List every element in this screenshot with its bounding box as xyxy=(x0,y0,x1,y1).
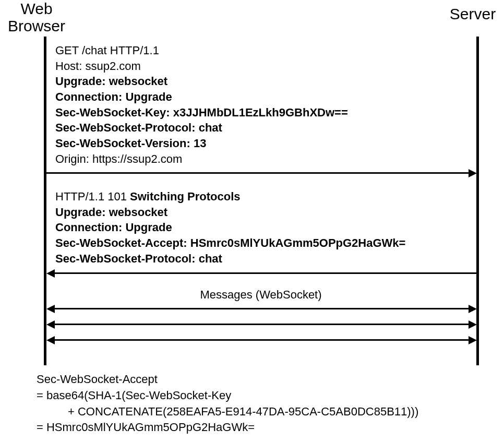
resp-l3: Connection: Upgrade xyxy=(55,221,172,234)
calc-l1: Sec-WebSocket-Accept xyxy=(37,372,485,388)
resp-l5: Sec-WebSocket-Protocol: chat xyxy=(55,252,222,265)
actor-client-text: Web Browser xyxy=(8,0,65,34)
server-lifeline xyxy=(476,37,479,365)
resp-l4: Sec-WebSocket-Accept: HSmrc0sMlYUkAGmm5O… xyxy=(55,236,405,249)
actor-client-label: Web Browser xyxy=(0,0,73,34)
calc-l4: = HSmrc0sMlYUkAGmm5OPpG2HaGWk= xyxy=(37,420,485,436)
client-lifeline xyxy=(44,37,46,365)
actor-server-label: Server xyxy=(441,5,504,22)
resp-l1-pre: HTTP/1.1 101 xyxy=(55,190,130,203)
accept-calc-block: Sec-WebSocket-Accept = base64(SHA-1(Sec-… xyxy=(37,372,485,436)
req-l3: Upgrade: websocket xyxy=(55,75,167,88)
req-l1: GET /chat HTTP/1.1 xyxy=(55,44,159,57)
req-l4: Connection: Upgrade xyxy=(55,90,172,103)
req-l2: Host: ssup2.com xyxy=(55,59,141,73)
req-l6: Sec-WebSocket-Protocol: chat xyxy=(55,121,222,134)
actor-server-text: Server xyxy=(450,5,496,22)
req-l5: Sec-WebSocket-Key: x3JJHMbDL1EzLkh9GBhXD… xyxy=(55,106,348,119)
resp-l1-bold: Switching Protocols xyxy=(130,190,240,203)
websocket-messages-label: Messages (WebSocket) xyxy=(104,288,417,302)
req-l8: Origin: https://ssup2.com xyxy=(55,152,182,165)
calc-l3: + CONCATENATE(258EAFA5-E914-47DA-95CA-C5… xyxy=(37,404,485,420)
http-response-block: HTTP/1.1 101 Switching Protocols Upgrade… xyxy=(55,189,473,266)
resp-l2: Upgrade: websocket xyxy=(55,206,167,219)
calc-l2: = base64(SHA-1(Sec-WebSocket-Key xyxy=(37,388,485,404)
sequence-diagram: Web Browser Server GET /chat HTTP/1.1 Ho… xyxy=(0,0,504,442)
ws-label-text: Messages (WebSocket) xyxy=(200,288,321,301)
http-request-block: GET /chat HTTP/1.1 Host: ssup2.com Upgra… xyxy=(55,43,473,167)
req-l7: Sec-WebSocket-Version: 13 xyxy=(55,137,206,150)
